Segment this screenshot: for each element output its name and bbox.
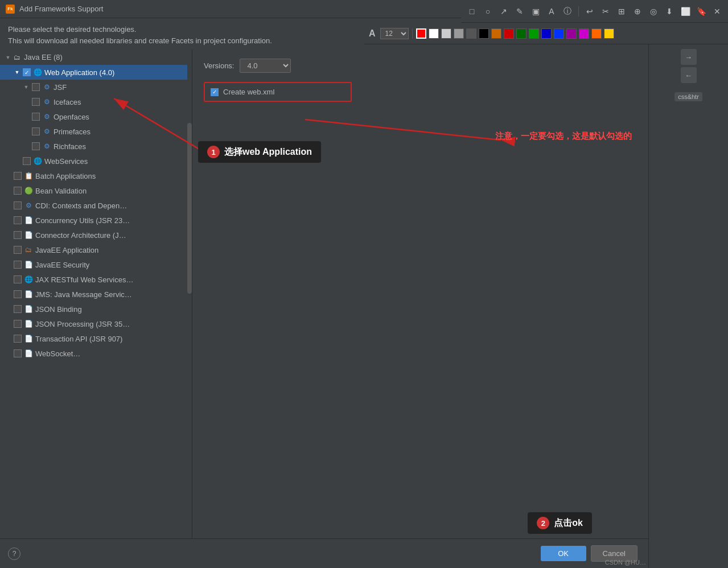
toolbar-plus-icon[interactable]: ⊕: [631, 5, 644, 18]
connector-icon: 📄: [24, 231, 33, 240]
tree-item-javaee-sec[interactable]: 📄 JavaEE Security: [0, 257, 192, 272]
checkbox-batch[interactable]: [14, 172, 22, 180]
cdi-label: CDI: Contexts and Depen…: [35, 201, 127, 210]
checkbox-primefaces[interactable]: [32, 127, 40, 135]
color-light-orange[interactable]: [591, 28, 602, 39]
right-panel-icon-1[interactable]: →: [681, 49, 697, 65]
transaction-icon: 📄: [24, 334, 33, 343]
right-panel-icon-2[interactable]: ←: [681, 67, 697, 83]
checkbox-richfaces[interactable]: [32, 142, 40, 150]
webservices-label: WebServices: [44, 157, 88, 166]
checkbox-jsf[interactable]: [32, 83, 40, 91]
toolbar-text-icon[interactable]: A: [545, 5, 558, 18]
tree-item-web-application[interactable]: ▼ ✓ 🌐 Web Application (4.0): [0, 65, 192, 80]
toolbar-crop-icon[interactable]: ▣: [529, 5, 542, 18]
dialog-footer: OK Cancel: [0, 538, 649, 568]
css-htr-tab[interactable]: css&htr: [674, 92, 702, 101]
tree-item-javaee-app[interactable]: 🗂 JavaEE Application: [0, 242, 192, 257]
concurrency-icon: 📄: [24, 216, 33, 225]
section-header-javaee[interactable]: ▼ 🗂 Java EE (8): [0, 50, 192, 65]
tree-item-icefaces[interactable]: ⚙ Icefaces: [0, 94, 192, 109]
toolbar-grid-icon[interactable]: ⊞: [615, 5, 628, 18]
tree-item-json-proc[interactable]: 📄 JSON Processing (JSR 35…: [0, 316, 192, 331]
color-light-gray[interactable]: [441, 28, 451, 39]
tree-item-websocket[interactable]: 📄 WebSocket…: [0, 346, 192, 361]
right-panel: → ← css&htr: [648, 44, 728, 568]
toolbar-download-icon[interactable]: ⬇: [663, 5, 676, 18]
checkbox-jms[interactable]: [14, 290, 22, 298]
toolbar-target-icon[interactable]: ◎: [647, 5, 660, 18]
checkbox-json-binding[interactable]: [14, 305, 22, 313]
color-white[interactable]: [429, 28, 439, 39]
tree-item-webservices[interactable]: 🌐 WebServices: [0, 154, 192, 168]
checkbox-concurrency[interactable]: [14, 216, 22, 224]
checkbox-javaee-app[interactable]: [14, 246, 22, 254]
create-webxml-label: Create web.xml: [223, 88, 274, 96]
color-dark-red[interactable]: [504, 28, 514, 39]
checkbox-connector[interactable]: [14, 231, 22, 239]
tree-item-batch-applications[interactable]: 📋 Batch Applications: [0, 168, 192, 183]
tree-item-primefaces[interactable]: ⚙ Primefaces: [0, 124, 192, 139]
color-green[interactable]: [529, 28, 539, 39]
checkbox-javaee-sec[interactable]: [14, 261, 22, 269]
tree-item-jax-rest[interactable]: 🌐 JAX RESTful Web Services…: [0, 272, 192, 287]
tree-item-jms[interactable]: 📄 JMS: Java Message Servic…: [0, 287, 192, 302]
color-blue[interactable]: [554, 28, 564, 39]
color-dark-gray[interactable]: [466, 28, 476, 39]
ok-button[interactable]: OK: [541, 546, 586, 561]
jms-label: JMS: Java Message Servic…: [35, 290, 132, 299]
checkbox-jax-rest[interactable]: [14, 275, 22, 283]
richfaces-label: Richfaces: [54, 142, 86, 151]
tree-item-openfaces[interactable]: ⚙ Openfaces: [0, 109, 192, 124]
openfaces-label: Openfaces: [54, 113, 89, 121]
color-purple[interactable]: [579, 28, 589, 39]
color-toolbar-divider: [412, 28, 413, 39]
toolbar-arrow-icon[interactable]: ↗: [497, 5, 510, 18]
color-gray[interactable]: [454, 28, 464, 39]
checkbox-web-application[interactable]: ✓: [23, 68, 31, 76]
tree-item-bean-validation[interactable]: 🟢 Bean Validation: [0, 183, 192, 198]
toolbar-close-icon[interactable]: ✕: [711, 5, 723, 18]
tree-scrollbar-thumb[interactable]: [187, 123, 192, 294]
tree-item-richfaces[interactable]: ⚙ Richfaces: [0, 139, 192, 154]
toolbar-cut-icon[interactable]: ✂: [599, 5, 612, 18]
toolbar-circle-icon[interactable]: ○: [482, 5, 494, 18]
checkbox-webservices[interactable]: [23, 157, 31, 165]
checkbox-cdi[interactable]: [14, 201, 22, 209]
websocket-icon: 📄: [24, 349, 33, 358]
checkbox-openfaces[interactable]: [32, 113, 40, 121]
toolbar-bookmark-icon[interactable]: 🔖: [695, 5, 708, 18]
checkbox-websocket[interactable]: [14, 349, 22, 357]
tree-item-connector[interactable]: 📄 Connector Architecture (J…: [0, 228, 192, 242]
color-dark-blue[interactable]: [541, 28, 552, 39]
color-yellow[interactable]: [604, 28, 614, 39]
tree-item-cdi[interactable]: ⚙ CDI: Contexts and Depen…: [0, 198, 192, 213]
toolbar-square-icon[interactable]: ⬜: [679, 5, 692, 18]
color-red[interactable]: [416, 28, 426, 39]
checkbox-transaction[interactable]: [14, 335, 22, 343]
toolbar-rect-icon[interactable]: □: [466, 5, 478, 18]
tree-item-jsf[interactable]: ▼ ⚙ JSF: [0, 80, 192, 94]
tree-item-json-binding[interactable]: 📄 JSON Binding: [0, 302, 192, 316]
toolbar-info-icon[interactable]: ⓘ: [561, 5, 574, 18]
color-dark-green[interactable]: [516, 28, 527, 39]
font-letter-label: A: [369, 28, 376, 39]
checkbox-create-webxml[interactable]: ✓: [211, 88, 219, 96]
toolbar-undo-icon[interactable]: ↩: [583, 5, 596, 18]
tree-item-transaction[interactable]: 📄 Transaction API (JSR 907): [0, 331, 192, 346]
color-dark-purple[interactable]: [566, 28, 577, 39]
toolbar-pen-icon[interactable]: ✎: [513, 5, 526, 18]
version-select[interactable]: 4.0 3.1 3.0: [240, 59, 291, 73]
color-orange[interactable]: [491, 28, 501, 39]
color-black[interactable]: [479, 28, 489, 39]
help-button[interactable]: ?: [8, 548, 20, 560]
checkbox-icefaces[interactable]: [32, 98, 40, 106]
checkbox-json-proc[interactable]: [14, 320, 22, 328]
tree-item-concurrency[interactable]: 📄 Concurrency Utils (JSR 23…: [0, 213, 192, 228]
webservices-icon: 🌐: [33, 157, 42, 166]
checkbox-bean[interactable]: [14, 187, 22, 195]
font-size-select[interactable]: 12 14 16 18: [380, 28, 409, 39]
richfaces-icon: ⚙: [42, 142, 51, 151]
create-webxml-option[interactable]: ✓ Create web.xml: [204, 82, 352, 102]
watermark: CSDN @HU…: [603, 557, 648, 568]
